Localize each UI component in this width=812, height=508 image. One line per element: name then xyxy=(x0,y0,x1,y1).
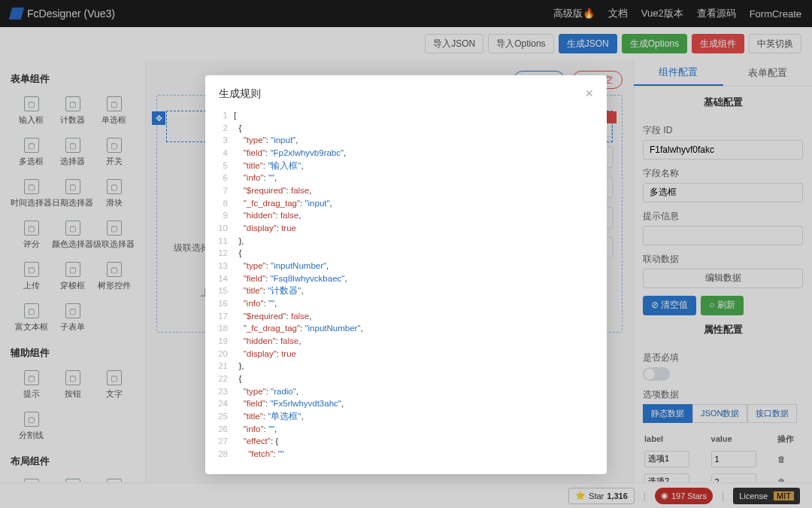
code-block[interactable]: 1234567891011121314151617181920212223242… xyxy=(213,109,599,461)
modal-title: 生成规则 xyxy=(219,87,261,101)
close-icon[interactable]: × xyxy=(585,86,593,102)
gen-rule-modal: 生成规则 × 123456789101112131415161718192021… xyxy=(205,75,607,474)
modal-overlay[interactable]: 生成规则 × 123456789101112131415161718192021… xyxy=(0,0,812,508)
